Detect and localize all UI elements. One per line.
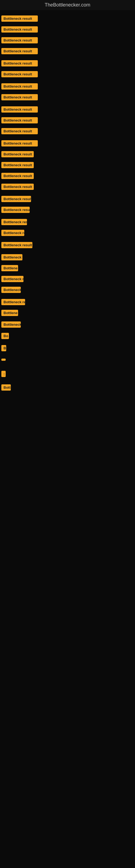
bottleneck-result-label: Bottleneck result — [1, 207, 30, 213]
bottleneck-result-label: Bottleneck result — [1, 37, 38, 43]
bottleneck-result-label: Bottleneck n — [1, 276, 24, 282]
bottleneck-result-label: Bottleneck result — [1, 219, 27, 225]
bottleneck-result-label: Bottleneck result — [1, 173, 34, 179]
bottleneck-result-label: Bottleneck result — [1, 162, 34, 168]
bottleneck-result-label: Bottleneck — [1, 321, 21, 328]
bottleneck-result-label: Bott — [1, 384, 11, 391]
bottleneck-result-label: : — [1, 371, 6, 377]
bottleneck-result-label: B — [1, 345, 6, 351]
main-content: Bottleneck resultBottleneck resultBottle… — [0, 10, 135, 868]
bottleneck-result-label: Bottleneck result — [1, 128, 38, 134]
bottleneck-result-label: Bottleneck r — [1, 254, 22, 260]
bottleneck-result-label: Bottleneck result — [1, 60, 38, 66]
bottleneck-result-label: Bottleneck result — [1, 26, 38, 33]
bottleneck-result-label: Bottleneck result — [1, 16, 38, 22]
site-title: TheBottlenecker.com — [0, 0, 135, 10]
bottleneck-result-label: Bottleneck re — [1, 230, 24, 236]
bottleneck-result-label: Bottleneck result — [1, 83, 38, 90]
site-title-bar: TheBottlenecker.com — [0, 0, 135, 10]
bottleneck-result-label — [1, 359, 6, 361]
bottleneck-result-label: Bottleneck result — [1, 106, 38, 113]
bottleneck-result-label: Bottleneck result — [1, 71, 38, 77]
bottleneck-result-label: Bottleneck result — [1, 140, 38, 147]
bottleneck-result-label: Bo — [1, 333, 9, 339]
bottleneck-result-label: Bottleneck result — [1, 184, 34, 190]
bottleneck-result-label: Bottleneck result — [1, 196, 31, 202]
bottleneck-result-label: Bottleneck result — [1, 117, 38, 123]
bottleneck-result-label: Bottleneck re — [1, 299, 25, 305]
bottleneck-result-label: Bottlene — [1, 310, 18, 316]
bottleneck-result-label: Bottleneck result — [1, 94, 38, 100]
bottleneck-result-label: Bottlene — [1, 265, 18, 271]
bottleneck-result-label: Bottleneck result — [1, 48, 38, 54]
bottleneck-result-label: Bottleneck — [1, 287, 21, 293]
bottleneck-result-label: Bottleneck result — [1, 242, 32, 248]
bottleneck-result-label: Bottleneck result — [1, 151, 34, 157]
